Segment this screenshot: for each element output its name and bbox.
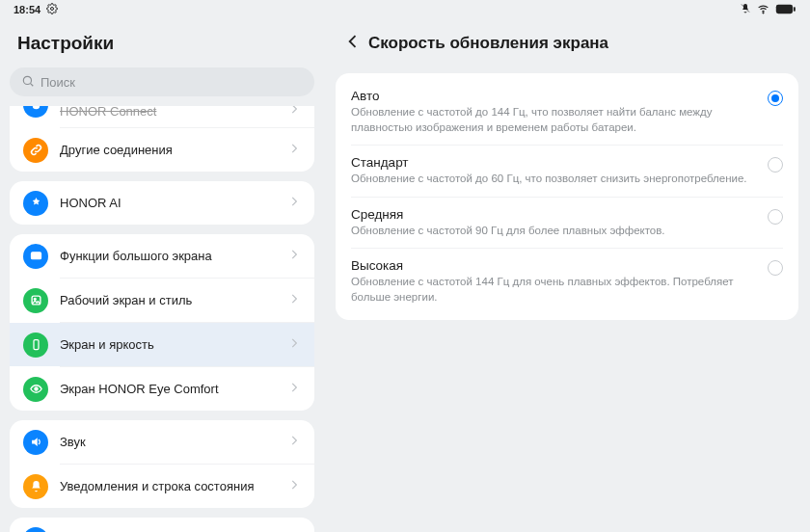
chevron-right-icon [287,478,301,495]
status-bar: 18:54 [0,0,810,19]
other-conn-icon [23,138,48,163]
battery-icon [775,4,796,16]
sidebar-item-honor-ai[interactable]: HONOR AI [10,181,314,225]
svg-rect-4 [794,7,796,12]
radio-icon [768,157,783,173]
chevron-right-icon [287,106,301,120]
radio-icon [768,91,783,106]
sidebar-item-sound[interactable]: Звук [10,420,314,464]
option-title: Стандарт [351,155,756,170]
settings-title: Настройки [0,19,324,64]
chevron-right-icon [287,248,301,265]
biometrics-icon [23,527,48,533]
chevron-right-icon [287,434,301,451]
option-title: Авто [351,89,756,103]
chevron-right-icon [287,336,301,354]
chevron-right-icon [287,381,301,398]
mute-icon [740,3,751,16]
sidebar-item-notifications[interactable]: Уведомления и строка состояния [10,465,314,508]
svg-line-6 [31,83,34,86]
page-title: Скорость обновления экрана [368,34,608,53]
sidebar-item-label: HONOR AI [60,196,287,210]
refresh-option-auto[interactable]: АвтоОбновление с частотой до 144 Гц, что… [336,79,798,145]
svg-point-7 [32,106,40,109]
svg-point-2 [763,12,764,13]
svg-rect-11 [34,340,39,350]
refresh-option-standard[interactable]: СтандартОбновление с частотой до 60 Гц, … [336,146,798,197]
sidebar-item-label: Рабочий экран и стиль [60,293,287,307]
settings-sidebar: Настройки Поиск HONOR ConnectДругие соед… [0,19,324,532]
search-icon [21,74,35,91]
status-time: 18:54 [14,4,40,15]
back-button[interactable] [343,32,363,55]
search-input[interactable]: Поиск [10,67,314,96]
option-subtitle: Обновление с частотой 144 Гц для очень п… [351,275,756,305]
svg-rect-3 [776,4,793,13]
display-icon [23,332,48,358]
search-placeholder: Поиск [40,75,75,90]
sidebar-item-label: Другие соединения [60,143,287,157]
option-subtitle: Обновление с частотой до 144 Гц, что поз… [351,105,756,135]
sidebar-item-label: Уведомления и строка состояния [60,479,287,493]
sidebar-item-label: Функции большого экрана [60,249,287,263]
sidebar-item-label: HONOR Connect [60,106,287,119]
sidebar-item-display[interactable]: Экран и яркость [10,323,314,366]
option-subtitle: Обновление с частотой до 60 Гц, что позв… [351,172,756,187]
sidebar-item-other-conn[interactable]: Другие соединения [10,128,314,172]
radio-icon [768,260,783,276]
chevron-right-icon [287,292,301,309]
option-title: Средняя [351,207,756,222]
svg-point-12 [34,387,37,390]
wifi-icon [757,3,770,17]
refresh-rate-options: АвтоОбновление с частотой до 144 Гц, что… [336,73,798,320]
svg-point-5 [23,76,31,84]
svg-point-10 [34,298,36,300]
svg-point-0 [51,8,54,11]
notifications-icon [23,474,48,499]
refresh-option-medium[interactable]: СредняяОбновление с частотой 90 Гц для б… [336,198,798,249]
svg-rect-8 [31,253,40,259]
option-subtitle: Обновление с частотой 90 Гц для более пл… [351,224,756,239]
eye-comfort-icon [23,377,48,402]
radio-icon [768,209,783,225]
chevron-right-icon [287,142,301,159]
sidebar-item-big-screen[interactable]: Функции большого экрана [10,234,314,278]
sidebar-item-home-style[interactable]: Рабочий экран и стиль [10,279,314,322]
sidebar-item-biometrics[interactable]: Биометрические данные и пароли [10,518,314,532]
detail-panel: Скорость обновления экрана АвтоОбновлени… [324,19,810,532]
sidebar-item-label: Звук [60,435,287,449]
sidebar-item-label: Экран HONOR Eye Comfort [60,382,287,396]
sidebar-item-label: Экран и яркость [60,337,287,352]
option-title: Высокая [351,258,756,273]
big-screen-icon [23,244,48,269]
honor-ai-icon [23,191,48,216]
sidebar-item-eye-comfort[interactable]: Экран HONOR Eye Comfort [10,367,314,411]
gear-icon [46,3,58,16]
refresh-option-high[interactable]: ВысокаяОбновление с частотой 144 Гц для … [336,249,798,314]
chevron-right-icon [287,195,301,212]
home-style-icon [23,288,48,313]
sidebar-item-honor-connect[interactable]: HONOR Connect [10,106,314,127]
sound-icon [23,430,48,455]
